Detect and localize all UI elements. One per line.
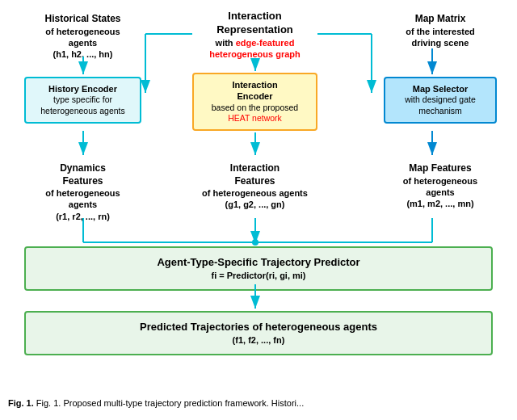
interact-features-sub: of heterogeneous agents [199,187,311,199]
interact-rep-title1: Interaction [199,10,311,23]
map-selector-sub: with designed gate [392,94,489,106]
interact-rep-title2: Representation [199,23,311,37]
map-features-sub: of heterogeneous agents [390,175,490,199]
interact-encoder-title2: Encoder [200,90,309,102]
map-selector-title: Map Selector [392,83,489,94]
map-selector-box: Map Selector with designed gate mechanis… [384,77,497,124]
hist-encoder-title: History Encoder [32,83,133,94]
hist-encoder-sub2: heterogeneous agents [32,106,133,117]
predicted-title: Predicted Trajectories of heterogeneous … [34,321,483,334]
map-selector-sub2: mechanism [392,106,489,117]
dyn-features-sub: of heterogeneous agents [31,187,135,211]
predictor-box: Agent-Type-Specific Trajectory Predictor… [24,246,493,291]
interact-encoder-title1: Interaction [200,79,309,90]
dyn-features-box: Dynamics Features of heterogeneous agent… [24,158,141,227]
map-matrix-box: Map Matrix of the interested driving sce… [384,8,497,53]
predicted-sub: (f1, f2, ..., fn) [34,334,483,346]
interact-features-box: Interaction Features of heterogeneous ag… [192,158,317,216]
interact-rep-sub: with edge-featured [199,37,311,48]
dyn-features-title1: Dynamics [31,162,135,175]
interact-encoder-red: HEAT network [200,113,309,124]
map-matrix-title: Map Matrix [390,13,490,26]
map-features-box: Map Features of heterogeneous agents (m1… [384,158,497,214]
hist-states-sub: of heterogeneous agents [31,26,135,49]
hist-encoder-box: History Encoder type specific for hetero… [24,77,141,124]
figure-caption: Fig. 1. Fig. 1. Proposed multi-type traj… [0,396,517,399]
caption-text: Fig. 1. Proposed multi-type trajectory p… [36,398,304,408]
map-matrix-sub: of the interested driving scene [390,26,490,49]
map-features-title: Map Features [390,162,490,175]
dyn-features-sub2: (r1, r2, ..., rn) [31,211,135,222]
caption-fig: Fig. 1. [8,398,36,408]
interact-features-title2: Features [199,175,311,188]
hist-states-sub2: (h1, h2, ..., hn) [31,48,135,60]
interact-encoder-sub: based on the proposed [200,103,309,114]
interact-features-sub2: (g1, g2, ..., gn) [199,199,311,210]
predictor-title: Agent-Type-Specific Trajectory Predictor [34,256,483,270]
hist-encoder-sub: type specific for [32,94,133,106]
interact-encoder-box: Interaction Encoder based on the propose… [192,73,317,131]
hist-states-box: Historical States of heterogeneous agent… [24,8,141,65]
hist-states-title: Historical States [31,13,135,26]
interact-features-title1: Interaction [199,162,311,175]
predictor-sub: fi = Predictor(ri, gi, mi) [34,270,483,281]
interact-rep-box: Interaction Representation with edge-fea… [192,5,317,65]
map-features-sub2: (m1, m2, ..., mn) [390,198,490,209]
main-diagram: Historical States of heterogeneous agent… [0,0,517,396]
interact-rep-red1: edge-featured [236,38,295,48]
svg-point-20 [252,239,258,246]
interact-rep-red2: heterogeneous graph [199,48,311,60]
predicted-box: Predicted Trajectories of heterogeneous … [24,311,493,355]
dyn-features-title2: Features [31,175,135,188]
